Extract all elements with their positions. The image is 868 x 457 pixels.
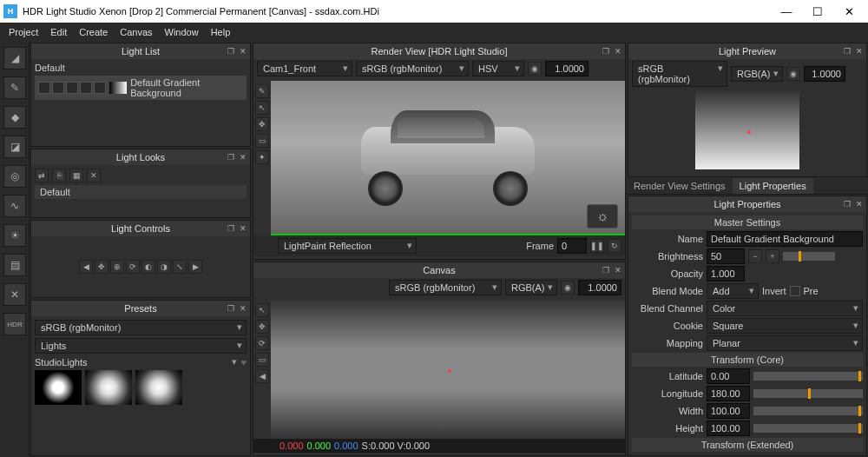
- plus-icon[interactable]: +: [766, 249, 779, 263]
- tool-bars-icon[interactable]: ▤: [3, 254, 26, 276]
- menu-canvas[interactable]: Canvas: [120, 27, 152, 37]
- close-icon[interactable]: ✕: [613, 265, 623, 275]
- dock-icon[interactable]: ❐: [226, 152, 236, 162]
- canvas-colorspace-dropdown[interactable]: sRGB (rgbMonitor): [389, 280, 502, 295]
- ctrl-icon[interactable]: ✥: [95, 260, 108, 274]
- cv-cross-icon[interactable]: ✥: [255, 320, 269, 334]
- camera-dropdown[interactable]: Cam1_Front: [257, 61, 352, 76]
- cv-rot-icon[interactable]: ⟳: [255, 336, 269, 350]
- prop-blendmode-dropdown[interactable]: Add: [707, 283, 759, 299]
- ctrl-icon[interactable]: ⟳: [126, 260, 140, 274]
- close-button[interactable]: ✕: [833, 1, 865, 22]
- close-icon[interactable]: ✕: [613, 46, 623, 56]
- lp-mode-dropdown[interactable]: RGB(A): [731, 66, 783, 82]
- dock-icon[interactable]: ❐: [842, 46, 852, 56]
- lp-exposure-input[interactable]: 1.0000: [804, 66, 845, 82]
- prop-longitude-input[interactable]: 180.00: [707, 386, 750, 401]
- close-icon[interactable]: ✕: [854, 46, 865, 56]
- rv-star-icon[interactable]: ✦: [255, 150, 269, 164]
- prop-brightness-input[interactable]: 50: [707, 248, 745, 264]
- looks-delete-icon[interactable]: ✕: [87, 169, 101, 182]
- close-icon[interactable]: ✕: [854, 199, 865, 209]
- dock-icon[interactable]: ❐: [226, 46, 236, 56]
- longitude-slider[interactable]: [753, 389, 863, 398]
- invert-checkbox[interactable]: [790, 286, 800, 296]
- dock-icon[interactable]: ❐: [842, 199, 852, 209]
- cv-cursor-icon[interactable]: ↖: [255, 303, 269, 317]
- cv-back-icon[interactable]: ◀: [255, 369, 269, 383]
- canvas-exposure-input[interactable]: 1.0000: [578, 280, 621, 295]
- dock-icon[interactable]: ❐: [601, 46, 611, 56]
- tool-hdr-icon[interactable]: HDR: [3, 313, 26, 335]
- frame-input[interactable]: 0: [557, 238, 587, 254]
- prop-cookie-dropdown[interactable]: Square: [707, 318, 863, 334]
- close-icon[interactable]: ✕: [238, 303, 248, 314]
- preset-thumb[interactable]: [135, 370, 182, 405]
- render-viewport[interactable]: ☼: [271, 81, 625, 235]
- mode-dropdown[interactable]: HSV: [472, 61, 524, 76]
- tool-brush-icon[interactable]: ✎: [3, 76, 26, 99]
- minus-icon[interactable]: −: [748, 249, 762, 263]
- dock-icon[interactable]: ❐: [226, 223, 236, 234]
- ctrl-icon[interactable]: ◀: [79, 260, 93, 274]
- tool-sun-icon[interactable]: ☀: [3, 224, 26, 247]
- refresh-icon[interactable]: ↻: [608, 239, 621, 253]
- chevron-down-icon[interactable]: ▾: [232, 356, 237, 368]
- canvas-viewport[interactable]: [271, 300, 625, 439]
- tool-curve-icon[interactable]: ∿: [3, 195, 26, 217]
- lp-colorspace-dropdown[interactable]: sRGB (rgbMonitor): [632, 61, 727, 87]
- tool-gradient-icon[interactable]: ◪: [3, 136, 26, 158]
- ctrl-icon[interactable]: ◐: [141, 260, 155, 274]
- colorspace-dropdown[interactable]: sRGB (rgbMonitor): [356, 61, 469, 76]
- prop-name-input[interactable]: Default Gradient Background: [707, 231, 863, 247]
- prop-opacity-input[interactable]: 1.000: [707, 266, 745, 281]
- looks-grid-icon[interactable]: ▦: [69, 169, 83, 182]
- menu-edit[interactable]: Edit: [50, 27, 67, 37]
- cv-rect-icon[interactable]: ▭: [255, 353, 269, 367]
- width-slider[interactable]: [753, 407, 863, 415]
- looks-copy-icon[interactable]: ⎘: [52, 169, 66, 182]
- maximize-button[interactable]: ☐: [802, 1, 833, 22]
- tool-ring-icon[interactable]: ◎: [3, 165, 26, 188]
- tool-x-icon[interactable]: ✕: [3, 283, 26, 306]
- heart-icon[interactable]: ♥: [240, 357, 247, 368]
- light-list-item[interactable]: Default Gradient Background: [35, 76, 247, 100]
- prop-mapping-dropdown[interactable]: Planar: [707, 335, 863, 351]
- menu-create[interactable]: Create: [79, 27, 108, 37]
- exposure-input[interactable]: 1.0000: [545, 61, 589, 76]
- tool-light-icon[interactable]: ◆: [3, 106, 26, 129]
- ctrl-icon[interactable]: ⊕: [110, 260, 124, 274]
- ctrl-icon[interactable]: ⤡: [173, 260, 187, 274]
- minimize-button[interactable]: —: [771, 1, 802, 22]
- aperture-icon[interactable]: ◉: [561, 281, 575, 295]
- sun-overlay-icon[interactable]: ☼: [587, 204, 618, 228]
- rv-cross-icon[interactable]: ✥: [255, 117, 269, 131]
- tool-eraser-icon[interactable]: ◢: [3, 47, 26, 70]
- prop-height-input[interactable]: 100.00: [707, 421, 750, 436]
- aperture-icon[interactable]: ◉: [786, 67, 800, 81]
- tab-render-view-settings[interactable]: Render View Settings: [627, 178, 733, 194]
- aperture-icon[interactable]: ◉: [528, 62, 542, 76]
- height-slider[interactable]: [753, 424, 863, 433]
- rv-cursor-icon[interactable]: ↖: [255, 101, 269, 115]
- preset-thumb[interactable]: [35, 370, 82, 405]
- tab-light-properties[interactable]: Light Properties: [733, 178, 813, 194]
- close-icon[interactable]: ✕: [238, 223, 248, 234]
- light-preview-viewport[interactable]: [628, 91, 866, 169]
- ctrl-icon[interactable]: ▶: [188, 260, 202, 274]
- dock-icon[interactable]: ❐: [601, 265, 611, 275]
- close-icon[interactable]: ✕: [238, 46, 248, 56]
- dock-icon[interactable]: ❐: [226, 303, 236, 314]
- prop-blendchannel-dropdown[interactable]: Color: [707, 301, 863, 316]
- latitude-slider[interactable]: [753, 372, 863, 381]
- menu-help[interactable]: Help: [211, 27, 231, 37]
- menu-project[interactable]: Project: [9, 27, 38, 37]
- look-item[interactable]: Default: [35, 185, 247, 199]
- prop-width-input[interactable]: 100.00: [707, 403, 750, 419]
- rv-rect-icon[interactable]: ▭: [255, 134, 269, 148]
- close-icon[interactable]: ✕: [238, 152, 248, 162]
- menu-window[interactable]: Window: [165, 27, 199, 37]
- pause-icon[interactable]: ❚❚: [590, 239, 604, 253]
- presets-cat2[interactable]: StudioLights: [35, 357, 88, 368]
- brightness-slider[interactable]: [783, 252, 835, 261]
